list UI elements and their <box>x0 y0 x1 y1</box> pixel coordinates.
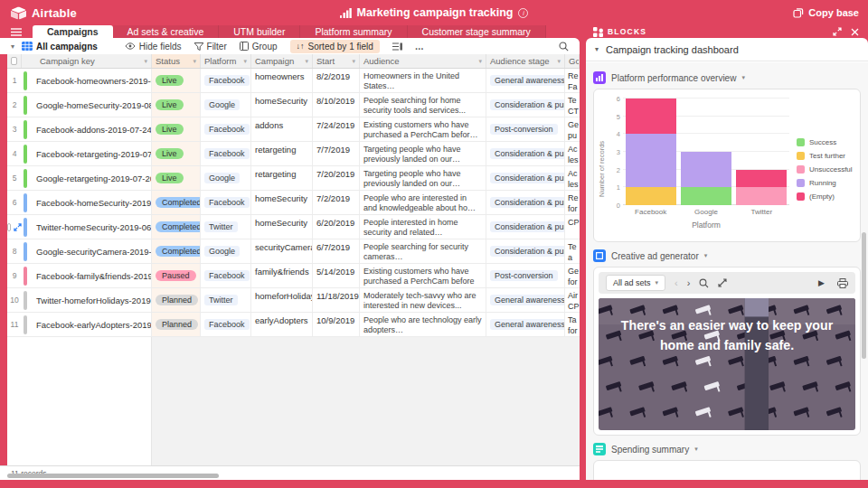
dashboard-title: Campaign tracking dashboard <box>606 44 739 55</box>
audience-text: Existing customers who have purchased a … <box>363 120 482 141</box>
audience-text: People interested in home security and r… <box>363 218 482 239</box>
table-row[interactable]: 6Facebook-homeSecurity-2019-07-02Complet… <box>7 191 580 215</box>
audience-stage-cell: Consideration & purchase <box>486 166 565 190</box>
status-color-bar <box>24 267 27 286</box>
platform-token: Google <box>204 246 240 257</box>
x-tick-label: Google <box>678 205 733 217</box>
filter-button[interactable]: Filter <box>194 42 227 52</box>
goal-cell: Ac les <box>565 142 580 165</box>
column-header-audience[interactable]: Audience▾ <box>360 54 486 68</box>
next-record-button[interactable]: › <box>687 278 691 288</box>
column-header-start[interactable]: Start▾ <box>313 54 360 68</box>
ad-headline-line1: There's an easier way to keep your <box>621 318 834 333</box>
eye-icon <box>125 42 136 50</box>
ad-expand-button[interactable] <box>718 278 727 287</box>
table-row[interactable]: 9Facebook-family&friends-2019-05-14Pause… <box>7 264 580 288</box>
table-row[interactable]: 4Facebook-retargeting-2019-07-07LiveFace… <box>7 142 580 166</box>
view-switcher[interactable]: All campaigns <box>22 42 98 52</box>
column-header-label: Status <box>156 56 180 66</box>
y-tick-label: 5 <box>617 112 620 120</box>
expand-panel-icon[interactable] <box>833 27 842 36</box>
row-number-cell: 1 <box>7 69 22 92</box>
ad-sets-selector[interactable]: All ad sets ▾ <box>606 275 665 291</box>
row-number: 11 <box>11 320 19 329</box>
dashboard-header[interactable]: ▾ Campaign tracking dashboard <box>586 38 868 61</box>
table-row[interactable]: 1Facebook-homeowners-2019-08-02LiveFaceb… <box>7 69 580 93</box>
grid-view-icon <box>22 42 33 51</box>
goal-cell: CP <box>565 215 580 239</box>
info-icon[interactable]: i <box>518 8 528 18</box>
audience-stage-cell: Post-conversion <box>486 264 565 287</box>
print-button[interactable] <box>837 278 848 288</box>
audience-text: People who are interested in and knowled… <box>363 193 482 214</box>
hide-fields-button[interactable]: Hide fields <box>125 42 182 52</box>
grid-left-margin <box>0 54 7 465</box>
chart-legend: SuccessTest furtherUnsuccessfulRunning(E… <box>793 99 856 239</box>
summary-block-icon <box>593 443 606 455</box>
column-header-go[interactable]: Go <box>565 54 580 68</box>
column-header-audience-stage[interactable]: Audience stage▾ <box>486 54 565 68</box>
airtable-logo[interactable]: Airtable <box>0 6 181 20</box>
group-button[interactable]: Group <box>240 42 278 52</box>
start-date-cell: 10/9/2019 <box>313 313 360 336</box>
column-header-label: Campaign <box>255 56 294 66</box>
platform-token: Facebook <box>204 197 250 208</box>
legend-label: Test further <box>809 152 845 160</box>
platform-token: Facebook <box>204 75 250 86</box>
campaign-key-cell: Twitter-homeforHolidays-2019-11-18 <box>22 288 152 312</box>
y-tick-label: 4 <box>617 130 620 138</box>
more-options-button[interactable]: … <box>415 42 425 52</box>
expand-record-icon[interactable] <box>14 223 22 231</box>
tab-campaigns[interactable]: Campaigns <box>33 25 113 38</box>
column-header-platform[interactable]: Platform▾ <box>201 54 251 68</box>
table-row[interactable]: Twitter-homeSecurity-2019-06-20Completed… <box>7 215 580 239</box>
sort-button[interactable]: ↓↑ Sorted by 1 field <box>290 40 380 53</box>
audience-text: Targeting people who have previously lan… <box>363 169 482 190</box>
copy-base-button[interactable]: Copy base <box>793 0 859 25</box>
horizontal-scrollbar[interactable] <box>7 474 219 478</box>
column-header-status[interactable]: Status▾ <box>152 54 201 68</box>
search-button[interactable] <box>559 42 569 52</box>
column-header-campaign-key[interactable]: Campaign key▾ <box>22 54 152 68</box>
status-color-bar <box>24 218 27 237</box>
tab-customer-stage-summary[interactable]: Customer stage summary <box>408 25 546 38</box>
grid-view-pane: ▾ All campaigns Hide fields Filter Group… <box>0 38 580 480</box>
audience-cell: People searching for security cameras ..… <box>360 239 486 263</box>
table-row[interactable]: 5Google-retargeting-2019-07-20LiveGoogle… <box>7 166 580 191</box>
start-date-cell: 5/14/2019 <box>313 264 360 287</box>
close-panel-icon[interactable] <box>851 28 859 36</box>
platform-token: Twitter <box>204 221 238 232</box>
view-sidebar-toggle[interactable]: ▾ <box>11 42 14 51</box>
group-icon <box>240 42 249 51</box>
play-button[interactable]: ▶ <box>818 278 825 287</box>
bar-twitter <box>736 170 787 205</box>
table-row[interactable]: 11Facebook-earlyAdopters-2019-10-09Plann… <box>7 313 580 337</box>
collapse-dashboard-icon[interactable]: ▾ <box>595 45 599 53</box>
table-row[interactable]: 10Twitter-homeforHolidays-2019-11-18Plan… <box>7 288 580 313</box>
section-creative-ad-generator[interactable]: Creative ad generator ▾ <box>593 249 861 262</box>
hamburger-menu-icon[interactable] <box>0 25 33 38</box>
audience-cell: People interested in home security and r… <box>360 215 486 239</box>
blocks-title: BLOCKS <box>608 27 646 36</box>
section-spending-summary[interactable]: Spending summary ▾ <box>593 443 861 455</box>
vertical-scrollbar[interactable] <box>862 232 866 359</box>
status-color-bar <box>24 193 27 212</box>
section-platform-performance[interactable]: Platform performance overview ▾ <box>593 71 861 84</box>
column-header-campaign[interactable]: Campaign▾ <box>251 54 313 68</box>
tab-utm-builder[interactable]: UTM builder <box>219 25 300 38</box>
tab-platform-summary[interactable]: Platform summary <box>300 25 407 38</box>
table-row[interactable]: 3Facebook-addons-2019-07-24LiveFacebooka… <box>7 117 580 142</box>
bar-segment-running <box>681 152 731 187</box>
table-row[interactable]: 8Google-securityCamera-2019-06-07Complet… <box>7 239 580 264</box>
ad-search-button[interactable] <box>699 278 709 288</box>
previous-record-button[interactable]: ‹ <box>675 278 678 288</box>
tab-ad-sets-creative[interactable]: Ad sets & creative <box>113 25 220 38</box>
status-cell: Planned <box>152 288 201 312</box>
select-all-checkbox[interactable] <box>11 57 17 65</box>
status-cell: Live <box>152 69 201 92</box>
table-row[interactable]: 2Google-homeSecurity-2019-08-10LiveGoogl… <box>7 93 580 117</box>
status-cell: Live <box>152 166 201 190</box>
row-checkbox[interactable] <box>7 223 11 231</box>
row-height-button[interactable] <box>392 42 402 51</box>
campaign-key-cell: Google-securityCamera-2019-06-07 <box>22 239 152 263</box>
